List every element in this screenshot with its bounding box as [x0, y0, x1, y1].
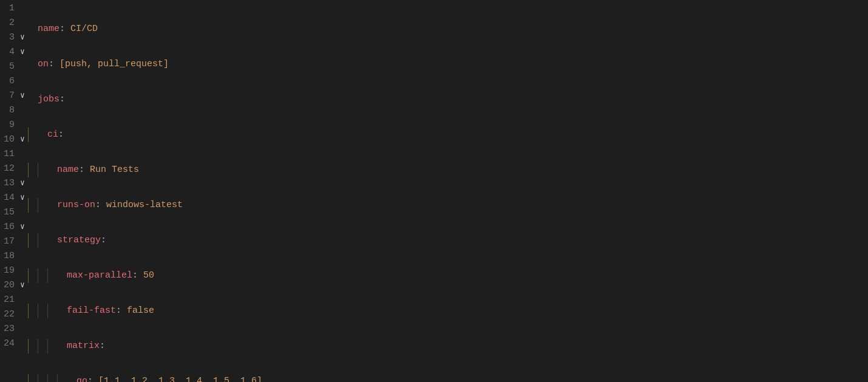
code-line[interactable]: ci: [28, 128, 868, 142]
fold-mark[interactable]: ∨ [17, 45, 28, 60]
line-number: 5 [0, 60, 15, 74]
yaml-value: CI/CD [70, 24, 98, 34]
fold-mark[interactable] [17, 74, 28, 89]
yaml-key: jobs [38, 94, 59, 104]
code-line[interactable]: matrix: [28, 339, 868, 353]
yaml-key: ci [47, 129, 58, 140]
line-number-gutter: 1 2 3 4 5 6 7 8 9 10 11 12 13 14 15 16 1… [0, 0, 17, 382]
line-number: 10 [0, 132, 15, 147]
code-line[interactable]: max-parallel: 50 [28, 268, 868, 283]
code-line[interactable]: strategy: [28, 233, 868, 248]
fold-mark[interactable]: ∨ [17, 30, 28, 45]
yaml-value: Run Tests [90, 165, 139, 175]
fold-mark[interactable]: ∨ [17, 220, 28, 234]
line-number [0, 366, 15, 380]
fold-gutter: ∨ ∨ ∨ ∨ ∨ ∨ ∨ ∨ [17, 0, 28, 382]
yaml-key: max-parallel [67, 270, 132, 281]
fold-mark[interactable]: ∨ [17, 278, 28, 293]
code-content[interactable]: name: CI/CD on: [push, pull_request] job… [28, 0, 868, 382]
yaml-value: [push, pull_request] [59, 59, 169, 69]
fold-mark[interactable] [17, 366, 28, 380]
fold-mark[interactable] [17, 147, 28, 162]
line-number: 23 [0, 322, 15, 336]
fold-mark[interactable] [17, 264, 28, 278]
fold-mark[interactable] [17, 322, 28, 336]
line-number: 11 [0, 147, 15, 162]
fold-mark[interactable]: ∨ [17, 176, 28, 191]
code-line[interactable]: name: CI/CD [28, 22, 868, 36]
yaml-key: go [76, 376, 87, 382]
yaml-key: name [57, 165, 79, 175]
line-number: 17 [0, 234, 15, 249]
line-number: 8 [0, 103, 15, 118]
fold-mark[interactable]: ∨ [17, 89, 28, 103]
fold-mark[interactable]: ∨ [17, 132, 28, 147]
line-number: 12 [0, 162, 15, 176]
line-number: 3 [0, 30, 15, 45]
fold-mark[interactable] [17, 351, 28, 366]
fold-mark[interactable] [17, 293, 28, 307]
code-line[interactable]: name: Run Tests [28, 163, 868, 177]
fold-mark[interactable] [17, 205, 28, 220]
fold-mark[interactable] [17, 234, 28, 249]
yaml-value: false [127, 305, 154, 316]
line-number: 13 [0, 176, 15, 191]
yaml-key: name [38, 24, 59, 34]
fold-mark[interactable] [17, 16, 28, 30]
line-number: 2 [0, 16, 15, 30]
line-number: 21 [0, 293, 15, 307]
line-number: 9 [0, 118, 15, 132]
line-number: 16 [0, 220, 15, 234]
line-number: 14 [0, 191, 15, 205]
code-line[interactable]: runs-on: windows-latest [28, 198, 868, 213]
yaml-key: matrix [67, 341, 100, 351]
fold-mark[interactable] [17, 60, 28, 74]
line-number: 15 [0, 205, 15, 220]
line-number: 18 [0, 249, 15, 264]
code-editor[interactable]: 1 2 3 4 5 6 7 8 9 10 11 12 13 14 15 16 1… [0, 0, 868, 382]
fold-mark[interactable] [17, 103, 28, 118]
code-line[interactable]: on: [push, pull_request] [28, 57, 868, 72]
code-line[interactable]: fail-fast: false [28, 304, 868, 318]
code-line[interactable]: go: [1.1, 1.2, 1.3, 1.4, 1.5, 1.6] [28, 374, 868, 382]
yaml-value: 50 [143, 270, 154, 281]
fold-mark[interactable] [17, 336, 28, 351]
fold-mark[interactable] [17, 162, 28, 176]
line-number [0, 351, 15, 366]
fold-mark[interactable] [17, 118, 28, 132]
line-number: 20 [0, 278, 15, 293]
fold-mark[interactable] [17, 307, 28, 322]
fold-mark[interactable]: ∨ [17, 191, 28, 205]
line-number: 24 [0, 336, 15, 351]
yaml-key: runs-on [57, 200, 95, 210]
yaml-value: [1.1, 1.2, 1.3, 1.4, 1.5, 1.6] [98, 376, 262, 382]
fold-mark[interactable] [17, 249, 28, 264]
line-number: 7 [0, 89, 15, 103]
yaml-key: fail-fast [67, 305, 116, 316]
yaml-key: on [38, 59, 49, 69]
line-number: 4 [0, 45, 15, 60]
line-number: 1 [0, 1, 15, 16]
code-line[interactable]: jobs: [28, 92, 868, 107]
yaml-key: strategy [57, 235, 101, 245]
yaml-value: windows-latest [106, 200, 183, 210]
line-number: 22 [0, 307, 15, 322]
fold-mark[interactable] [17, 1, 28, 16]
line-number: 19 [0, 264, 15, 278]
line-number: 6 [0, 74, 15, 89]
